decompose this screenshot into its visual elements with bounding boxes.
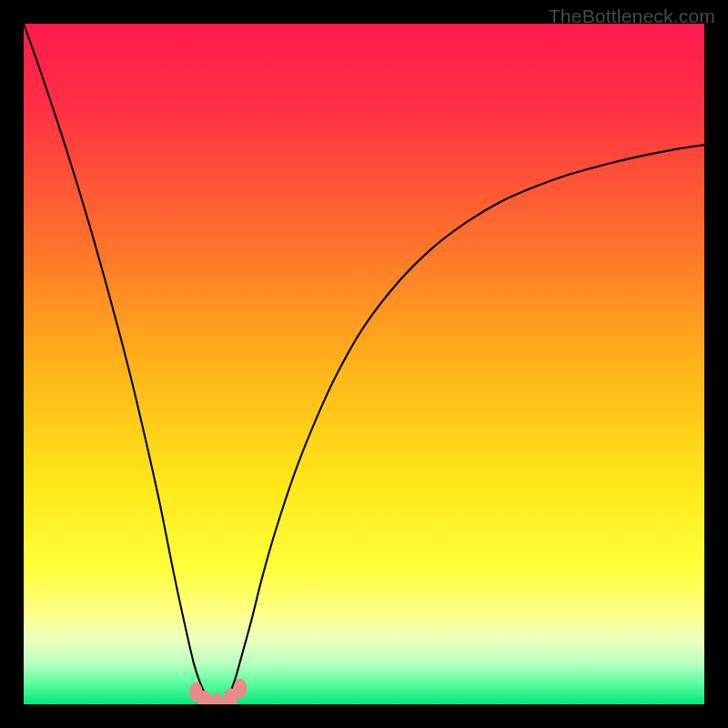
- marker-lobe: [210, 693, 224, 705]
- chart-stage: TheBottleneck.com: [0, 0, 728, 728]
- bottom-markers: [189, 679, 248, 704]
- plot-area: [24, 24, 704, 704]
- marker-lobe: [233, 679, 247, 699]
- watermark-text: TheBottleneck.com: [549, 5, 715, 27]
- marker-layer: [24, 24, 704, 704]
